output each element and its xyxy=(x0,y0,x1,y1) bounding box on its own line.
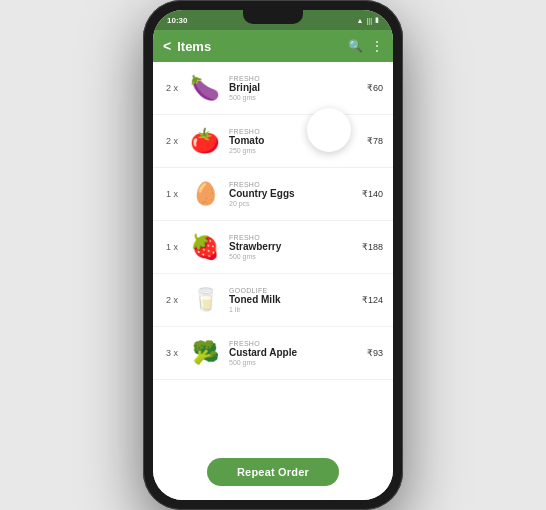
item-info: FRESHO Custard Apple 500 gms xyxy=(229,340,361,366)
item-info: FRESHO Tomato 250 gms xyxy=(229,128,361,154)
item-qty: 3 x xyxy=(163,348,181,358)
item-brand: FRESHO xyxy=(229,234,356,241)
status-time: 10:30 xyxy=(167,16,187,25)
back-button[interactable]: < xyxy=(163,38,171,54)
table-row: 2 x FRESHO Brinjal 500 gms ₹60 xyxy=(153,62,393,115)
table-row: 2 x GOODLIFE Toned Milk 1 ltr ₹124 xyxy=(153,274,393,327)
more-icon[interactable]: ⋮ xyxy=(371,39,383,53)
item-qty: 2 x xyxy=(163,295,181,305)
item-name: Strawberry xyxy=(229,241,356,253)
wifi-icon: ▲ xyxy=(357,17,364,24)
item-name: Toned Milk xyxy=(229,294,356,306)
item-image xyxy=(187,229,223,265)
items-list: 2 x FRESHO Brinjal 500 gms ₹60 2 x FRESH… xyxy=(153,62,393,448)
table-row: 2 x FRESHO Tomato 250 gms ₹78 xyxy=(153,115,393,168)
item-qty: 2 x xyxy=(163,136,181,146)
item-qty: 1 x xyxy=(163,242,181,252)
item-weight: 1 ltr xyxy=(229,306,356,313)
item-name: Custard Apple xyxy=(229,347,361,359)
item-brand: GOODLIFE xyxy=(229,287,356,294)
table-row: 1 x FRESHO Country Eggs 20 pcs ₹140 xyxy=(153,168,393,221)
item-weight: 250 gms xyxy=(229,147,361,154)
repeat-order-button[interactable]: Repeat Order xyxy=(207,458,339,486)
item-brand: FRESHO xyxy=(229,128,361,135)
phone-screen: 10:30 ▲ ||| ▮ < Items 🔍 ⋮ 2 x FRESHO xyxy=(153,10,393,500)
item-price: ₹93 xyxy=(367,348,383,358)
item-image xyxy=(187,176,223,212)
item-info: FRESHO Brinjal 500 gms xyxy=(229,75,361,101)
item-weight: 500 gms xyxy=(229,359,361,366)
item-image xyxy=(187,70,223,106)
item-image xyxy=(187,282,223,318)
item-name: Tomato xyxy=(229,135,361,147)
item-info: FRESHO Country Eggs 20 pcs xyxy=(229,181,356,207)
item-brand: FRESHO xyxy=(229,75,361,82)
table-row: 1 x FRESHO Strawberry 500 gms ₹188 xyxy=(153,221,393,274)
item-image xyxy=(187,335,223,371)
item-image xyxy=(187,123,223,159)
search-icon[interactable]: 🔍 xyxy=(348,39,363,53)
nav-title: Items xyxy=(177,39,342,54)
phone-notch xyxy=(243,10,303,24)
item-price: ₹188 xyxy=(362,242,383,252)
phone-frame: 10:30 ▲ ||| ▮ < Items 🔍 ⋮ 2 x FRESHO xyxy=(143,0,403,510)
item-price: ₹140 xyxy=(362,189,383,199)
item-brand: FRESHO xyxy=(229,181,356,188)
item-weight: 500 gms xyxy=(229,94,361,101)
item-qty: 1 x xyxy=(163,189,181,199)
signal-icon: ||| xyxy=(367,17,372,24)
item-price: ₹78 xyxy=(367,136,383,146)
item-name: Country Eggs xyxy=(229,188,356,200)
item-price: ₹124 xyxy=(362,295,383,305)
item-weight: 500 gms xyxy=(229,253,356,260)
item-name: Brinjal xyxy=(229,82,361,94)
nav-icons: 🔍 ⋮ xyxy=(348,39,383,53)
bottom-area: Repeat Order xyxy=(153,448,393,500)
item-qty: 2 x xyxy=(163,83,181,93)
item-brand: FRESHO xyxy=(229,340,361,347)
status-icons: ▲ ||| ▮ xyxy=(357,16,379,24)
item-info: GOODLIFE Toned Milk 1 ltr xyxy=(229,287,356,313)
item-weight: 20 pcs xyxy=(229,200,356,207)
table-row: 3 x FRESHO Custard Apple 500 gms ₹93 xyxy=(153,327,393,380)
item-price: ₹60 xyxy=(367,83,383,93)
nav-bar: < Items 🔍 ⋮ xyxy=(153,30,393,62)
battery-icon: ▮ xyxy=(375,16,379,24)
item-info: FRESHO Strawberry 500 gms xyxy=(229,234,356,260)
